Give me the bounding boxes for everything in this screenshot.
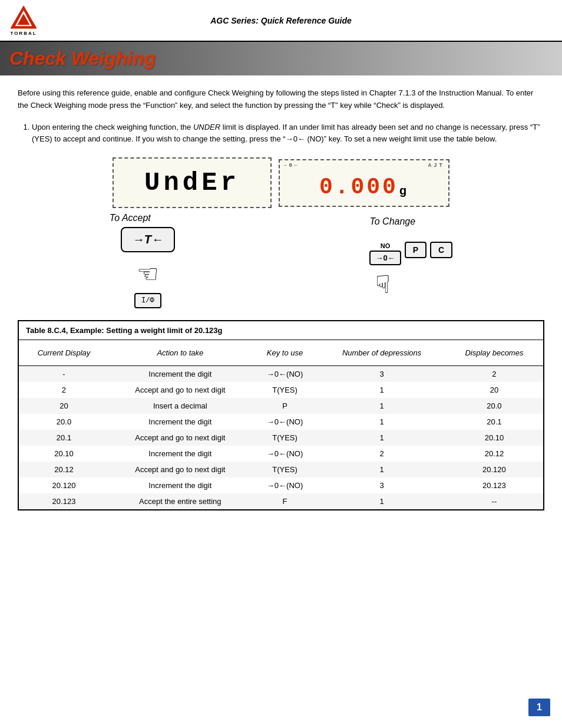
table-cell-0-2: →0←(NO) [252,366,319,383]
logo-text: TORBAL [10,31,37,36]
power-key-label: I/Φ [141,297,154,305]
lcd-display-area: UndEr →0← AJT 0.000 g [51,157,511,208]
table-cell-1-4: 20 [445,382,543,398]
table-cell-0-1: Increment the digit [109,366,252,383]
accept-area: To Accept →T← ☜ I/Φ [110,213,186,308]
table-header-row: Current Display Action to take Key to us… [19,340,543,366]
step-list: Upon entering the check weighing functio… [18,121,544,146]
table-cell-4-3: 1 [318,430,445,446]
no-key-wrapper: NO →0← [369,242,401,265]
table-cell-6-0: 20.12 [19,462,109,477]
p-key-button[interactable]: P [405,242,427,258]
key-section: To Accept →T← ☜ I/Φ To Change NO →0← [18,219,544,308]
table-cell-7-3: 3 [318,477,445,493]
table-cell-0-3: 3 [318,366,445,383]
change-keys-row: NO →0← P C [369,234,452,265]
table-cell-4-2: T(YES) [252,430,319,446]
no-key-button[interactable]: →0← [369,251,401,265]
table-cell-8-3: 1 [318,493,445,509]
lcd-unit: g [399,184,409,197]
table-row: 20.0Increment the digit→0←(NO)120.1 [19,414,543,430]
table-cell-8-0: 20.123 [19,493,109,509]
logo: TORBAL [9,5,38,36]
table-content: Current Display Action to take Key to us… [19,340,543,509]
table-cell-1-2: T(YES) [252,382,319,398]
hand-accept-icon: ☜ [137,259,159,288]
table-cell-7-1: Increment the digit [109,477,252,493]
table-cell-6-3: 1 [318,462,445,477]
lcd-top-indicators: →0← AJT [283,163,445,169]
table-row: 20.120Increment the digit→0←(NO)320.123 [19,477,543,493]
table-cell-5-0: 20.10 [19,446,109,462]
table-cell-1-1: Accept and go to next digit [109,382,252,398]
table-cell-6-4: 20.120 [445,462,543,477]
main-content: Before using this reference guide, enabl… [0,75,562,534]
key-t-button[interactable]: →T← [121,227,175,252]
table-cell-6-1: Accept and go to next digit [109,462,252,477]
table-cell-3-1: Increment the digit [109,414,252,430]
table-row: 20.10Increment the digit→0←(NO)220.12 [19,446,543,462]
power-key-button[interactable]: I/Φ [134,293,161,308]
lcd-screen-right: →0← AJT 0.000 g [279,159,449,207]
lcd-screen-left: UndEr [113,157,272,208]
page-title: Check Weighing [9,48,553,70]
hand-change-icon: ☟ [375,270,391,299]
table-cell-7-0: 20.120 [19,477,109,493]
table-cell-1-3: 1 [318,382,445,398]
table-cell-2-2: P [252,398,319,414]
lcd-left-text: UndEr [144,168,240,197]
accept-label: To Accept [110,213,151,223]
table-cell-4-0: 20.1 [19,430,109,446]
c-key-label: C [438,245,444,255]
table-cell-3-0: 20.0 [19,414,109,430]
table-cell-4-1: Accept and go to next digit [109,430,252,446]
col-key: Key to use [252,340,319,366]
table-cell-3-2: →0←(NO) [252,414,319,430]
change-area: To Change NO →0← P C ☟ [369,216,452,299]
table-cell-2-4: 20.0 [445,398,543,414]
page-number: 1 [528,699,550,716]
header: TORBAL AGC Series: Quick Reference Guide [0,0,562,42]
lcd-indicator-right: AJT [428,163,445,169]
header-title: AGC Series: Quick Reference Guide [210,16,352,25]
table-title: Table 8.C.4, Example: Setting a weight l… [19,321,543,340]
table-cell-1-0: 2 [19,382,109,398]
table-cell-3-4: 20.1 [445,414,543,430]
table-row: 20.12Accept and go to next digitT(YES)12… [19,462,543,477]
table-cell-7-4: 20.123 [445,477,543,493]
table-cell-0-4: 2 [445,366,543,383]
weight-limit-table: Table 8.C.4, Example: Setting a weight l… [18,320,544,510]
table-row: 20Insert a decimalP120.0 [19,398,543,414]
table-cell-7-2: →0←(NO) [252,477,319,493]
table-cell-8-2: F [252,493,319,509]
lcd-digits-row: 0.000 g [289,174,439,200]
col-current-display: Current Display [19,340,109,366]
step-1: Upon entering the check weighing functio… [32,121,544,146]
table-cell-5-3: 2 [318,446,445,462]
change-label: To Change [369,216,415,227]
table-cell-2-1: Insert a decimal [109,398,252,414]
table-cell-5-2: →0←(NO) [252,446,319,462]
table-cell-0-0: - [19,366,109,383]
table-cell-5-1: Increment the digit [109,446,252,462]
table-cell-6-2: T(YES) [252,462,319,477]
table-row: 20.1Accept and go to next digitT(YES)120… [19,430,543,446]
lcd-digit-display: 0.000 [319,174,398,200]
col-action: Action to take [109,340,252,366]
table-cell-2-3: 1 [318,398,445,414]
key-t-label: →T← [133,233,163,246]
table-row: 2Accept and go to next digitT(YES)120 [19,382,543,398]
c-key-button[interactable]: C [430,242,452,258]
table-cell-2-0: 20 [19,398,109,414]
table-cell-8-1: Accept the entire setting [109,493,252,509]
table-body: -Increment the digit→0←(NO)322Accept and… [19,366,543,510]
torbal-logo-icon [9,5,38,29]
accept-keys: →T← ☜ I/Φ [121,227,175,308]
table-row: 20.123Accept the entire settingF1-- [19,493,543,509]
col-display-becomes: Display becomes [445,340,543,366]
col-depressions: Number of depressions [318,340,445,366]
table-row: -Increment the digit→0←(NO)32 [19,366,543,383]
table-cell-8-4: -- [445,493,543,509]
no-key-symbol: →0← [375,253,395,262]
p-key-label: P [413,245,418,255]
